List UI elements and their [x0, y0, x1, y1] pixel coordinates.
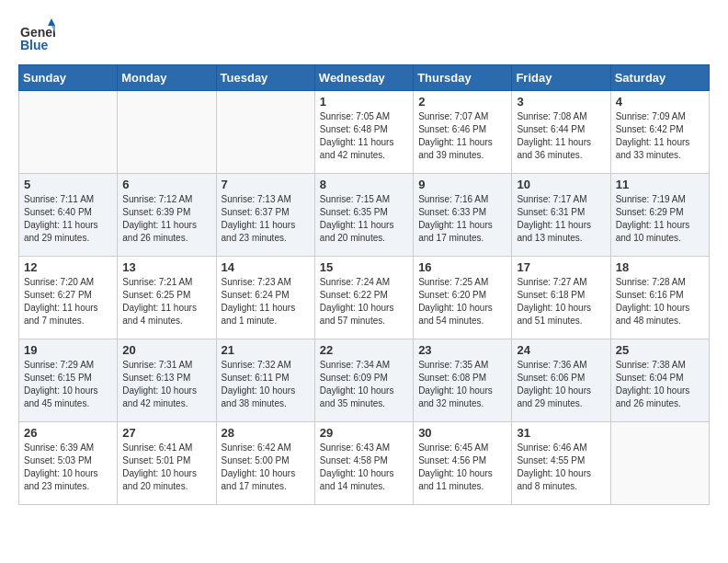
day-number: 9 [418, 178, 506, 191]
day-info: Sunrise: 7:20 AM Sunset: 6:27 PM Dayligh… [24, 276, 112, 327]
calendar-cell: 23Sunrise: 7:35 AM Sunset: 6:08 PM Dayli… [414, 339, 512, 422]
day-header-thursday: Thursday [414, 65, 512, 91]
day-info: Sunrise: 7:38 AM Sunset: 6:04 PM Dayligh… [616, 359, 704, 410]
logo: General Blue [18, 18, 59, 55]
day-number: 2 [418, 95, 506, 109]
day-info: Sunrise: 6:41 AM Sunset: 5:01 PM Dayligh… [122, 442, 210, 493]
day-number: 10 [517, 178, 605, 191]
calendar-cell: 27Sunrise: 6:41 AM Sunset: 5:01 PM Dayli… [118, 422, 216, 505]
day-info: Sunrise: 7:34 AM Sunset: 6:09 PM Dayligh… [320, 359, 408, 410]
calendar-cell: 9Sunrise: 7:16 AM Sunset: 6:33 PM Daylig… [414, 174, 512, 257]
day-number: 8 [320, 178, 408, 191]
day-info: Sunrise: 7:11 AM Sunset: 6:40 PM Dayligh… [24, 193, 112, 245]
calendar-cell: 8Sunrise: 7:15 AM Sunset: 6:35 PM Daylig… [314, 174, 413, 257]
day-number: 12 [24, 260, 112, 274]
calendar-table: SundayMondayTuesdayWednesdayThursdayFrid… [18, 64, 710, 505]
day-info: Sunrise: 7:17 AM Sunset: 6:31 PM Dayligh… [517, 193, 605, 245]
day-number: 31 [517, 426, 605, 440]
day-number: 21 [222, 343, 310, 357]
day-number: 23 [418, 343, 506, 357]
day-number: 18 [616, 260, 704, 274]
svg-marker-2 [48, 18, 55, 26]
day-info: Sunrise: 7:32 AM Sunset: 6:11 PM Dayligh… [222, 359, 310, 410]
calendar-cell: 18Sunrise: 7:28 AM Sunset: 6:16 PM Dayli… [610, 257, 709, 339]
day-info: Sunrise: 7:09 AM Sunset: 6:42 PM Dayligh… [616, 110, 704, 162]
day-info: Sunrise: 7:27 AM Sunset: 6:18 PM Dayligh… [517, 276, 605, 327]
calendar-cell: 11Sunrise: 7:19 AM Sunset: 6:29 PM Dayli… [610, 174, 709, 257]
day-number: 29 [320, 426, 408, 440]
day-info: Sunrise: 7:29 AM Sunset: 6:15 PM Dayligh… [24, 359, 112, 410]
calendar-header-row: SundayMondayTuesdayWednesdayThursdayFrid… [19, 65, 710, 91]
day-info: Sunrise: 7:07 AM Sunset: 6:46 PM Dayligh… [418, 110, 506, 162]
calendar-cell: 7Sunrise: 7:13 AM Sunset: 6:37 PM Daylig… [216, 174, 314, 257]
day-number: 14 [222, 260, 310, 274]
day-info: Sunrise: 7:36 AM Sunset: 6:06 PM Dayligh… [517, 359, 605, 410]
day-header-tuesday: Tuesday [216, 65, 314, 91]
calendar-cell: 3Sunrise: 7:08 AM Sunset: 6:44 PM Daylig… [512, 91, 610, 174]
calendar-cell: 6Sunrise: 7:12 AM Sunset: 6:39 PM Daylig… [118, 174, 216, 257]
calendar-cell: 20Sunrise: 7:31 AM Sunset: 6:13 PM Dayli… [118, 339, 216, 422]
calendar-cell: 13Sunrise: 7:21 AM Sunset: 6:25 PM Dayli… [118, 257, 216, 339]
day-info: Sunrise: 6:45 AM Sunset: 4:56 PM Dayligh… [418, 442, 506, 493]
day-info: Sunrise: 6:42 AM Sunset: 5:00 PM Dayligh… [222, 442, 310, 493]
day-header-monday: Monday [118, 65, 216, 91]
calendar-cell: 26Sunrise: 6:39 AM Sunset: 5:03 PM Dayli… [19, 422, 118, 505]
day-info: Sunrise: 7:08 AM Sunset: 6:44 PM Dayligh… [517, 110, 605, 162]
day-number: 1 [320, 95, 408, 109]
day-number: 28 [222, 426, 310, 440]
calendar-cell: 1Sunrise: 7:05 AM Sunset: 6:48 PM Daylig… [314, 91, 413, 174]
calendar-cell [216, 91, 314, 174]
day-info: Sunrise: 7:24 AM Sunset: 6:22 PM Dayligh… [320, 276, 408, 327]
calendar-cell: 24Sunrise: 7:36 AM Sunset: 6:06 PM Dayli… [512, 339, 610, 422]
day-info: Sunrise: 7:35 AM Sunset: 6:08 PM Dayligh… [418, 359, 506, 410]
calendar-cell: 4Sunrise: 7:09 AM Sunset: 6:42 PM Daylig… [610, 91, 709, 174]
calendar-cell: 31Sunrise: 6:46 AM Sunset: 4:55 PM Dayli… [512, 422, 610, 505]
day-number: 6 [122, 178, 210, 191]
calendar-cell: 21Sunrise: 7:32 AM Sunset: 6:11 PM Dayli… [216, 339, 314, 422]
day-number: 27 [122, 426, 210, 440]
day-number: 30 [418, 426, 506, 440]
day-number: 11 [616, 178, 704, 191]
calendar-cell [610, 422, 709, 505]
day-info: Sunrise: 6:43 AM Sunset: 4:58 PM Dayligh… [320, 442, 408, 493]
calendar-cell: 17Sunrise: 7:27 AM Sunset: 6:18 PM Dayli… [512, 257, 610, 339]
calendar-cell: 10Sunrise: 7:17 AM Sunset: 6:31 PM Dayli… [512, 174, 610, 257]
day-number: 5 [24, 178, 112, 191]
calendar-week-row: 12Sunrise: 7:20 AM Sunset: 6:27 PM Dayli… [19, 257, 710, 339]
day-info: Sunrise: 7:25 AM Sunset: 6:20 PM Dayligh… [418, 276, 506, 327]
day-info: Sunrise: 7:21 AM Sunset: 6:25 PM Dayligh… [122, 276, 210, 327]
day-number: 24 [517, 343, 605, 357]
calendar-cell: 12Sunrise: 7:20 AM Sunset: 6:27 PM Dayli… [19, 257, 118, 339]
page-header: General Blue [18, 18, 710, 55]
day-header-sunday: Sunday [19, 65, 118, 91]
calendar-cell: 29Sunrise: 6:43 AM Sunset: 4:58 PM Dayli… [314, 422, 413, 505]
day-info: Sunrise: 6:39 AM Sunset: 5:03 PM Dayligh… [24, 442, 112, 493]
day-number: 20 [122, 343, 210, 357]
calendar-cell: 15Sunrise: 7:24 AM Sunset: 6:22 PM Dayli… [314, 257, 413, 339]
day-info: Sunrise: 7:31 AM Sunset: 6:13 PM Dayligh… [122, 359, 210, 410]
day-number: 16 [418, 260, 506, 274]
calendar-cell [118, 91, 216, 174]
calendar-week-row: 26Sunrise: 6:39 AM Sunset: 5:03 PM Dayli… [19, 422, 710, 505]
day-header-friday: Friday [512, 65, 610, 91]
calendar-week-row: 19Sunrise: 7:29 AM Sunset: 6:15 PM Dayli… [19, 339, 710, 422]
calendar-cell: 22Sunrise: 7:34 AM Sunset: 6:09 PM Dayli… [314, 339, 413, 422]
day-info: Sunrise: 7:12 AM Sunset: 6:39 PM Dayligh… [122, 193, 210, 245]
day-info: Sunrise: 7:28 AM Sunset: 6:16 PM Dayligh… [616, 276, 704, 327]
day-info: Sunrise: 7:05 AM Sunset: 6:48 PM Dayligh… [320, 110, 408, 162]
day-number: 22 [320, 343, 408, 357]
calendar-cell [19, 91, 118, 174]
day-number: 25 [616, 343, 704, 357]
calendar-cell: 25Sunrise: 7:38 AM Sunset: 6:04 PM Dayli… [610, 339, 709, 422]
day-number: 4 [616, 95, 704, 109]
day-info: Sunrise: 7:19 AM Sunset: 6:29 PM Dayligh… [616, 193, 704, 245]
calendar-cell: 30Sunrise: 6:45 AM Sunset: 4:56 PM Dayli… [414, 422, 512, 505]
calendar-cell: 14Sunrise: 7:23 AM Sunset: 6:24 PM Dayli… [216, 257, 314, 339]
day-info: Sunrise: 7:23 AM Sunset: 6:24 PM Dayligh… [222, 276, 310, 327]
day-info: Sunrise: 7:15 AM Sunset: 6:35 PM Dayligh… [320, 193, 408, 245]
calendar-week-row: 5Sunrise: 7:11 AM Sunset: 6:40 PM Daylig… [19, 174, 710, 257]
day-info: Sunrise: 7:13 AM Sunset: 6:37 PM Dayligh… [222, 193, 310, 245]
day-info: Sunrise: 6:46 AM Sunset: 4:55 PM Dayligh… [517, 442, 605, 493]
day-number: 13 [122, 260, 210, 274]
calendar-cell: 5Sunrise: 7:11 AM Sunset: 6:40 PM Daylig… [19, 174, 118, 257]
